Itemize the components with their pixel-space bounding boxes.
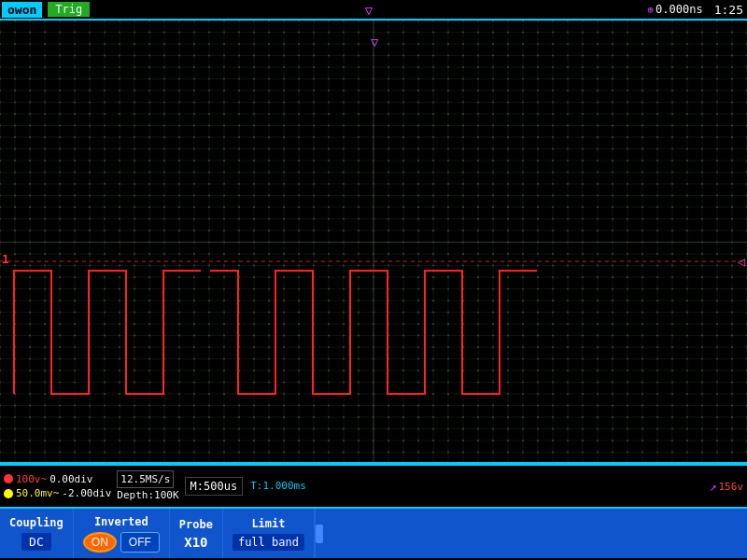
status-bar: 100v~ 0.00div 50.0mv~ -2.00div 12.5MS/s … <box>0 464 747 507</box>
time-offset-value: 0.000ns <box>655 3 703 16</box>
brand-logo: owon <box>2 2 42 18</box>
ch2-voltage: 50.0mv~ <box>16 486 59 500</box>
scrollbar-thumb[interactable] <box>316 525 323 543</box>
probe-value[interactable]: X10 <box>184 535 207 550</box>
ch1-status-group: 100v~ 0.00div 50.0mv~ -2.00div <box>4 472 111 501</box>
top-bar: owon Trig ▽ ⊕ 0.000ns 1:25 <box>0 0 747 21</box>
probe-section[interactable]: Probe X10 <box>170 509 223 558</box>
coupling-section[interactable]: Coupling DC <box>0 509 74 558</box>
trig-level-group: ↗ 156v <box>710 480 743 494</box>
t-time-row: T:1.000ms <box>250 479 306 493</box>
inverted-section[interactable]: Inverted ON OFF <box>74 509 170 558</box>
limit-label: Limit <box>251 517 285 530</box>
trig-arrow-icon: ↗ <box>710 480 717 494</box>
ch2-indicator <box>4 489 13 498</box>
ch1-status-row: 100v~ 0.00div <box>4 472 111 486</box>
ch1-voltage: 100v~ <box>16 472 47 486</box>
ch1-offset: 0.00div <box>49 472 92 486</box>
probe-label: Probe <box>179 518 213 531</box>
ch1-indicator <box>4 474 13 483</box>
coupling-label: Coupling <box>9 516 63 529</box>
control-panel: Coupling DC Inverted ON OFF Probe X10 Li… <box>0 507 747 558</box>
ch2-status-row: 50.0mv~ -2.00div <box>4 486 111 500</box>
trigger-line: ▽ <box>90 8 647 10</box>
inverted-off-button[interactable]: OFF <box>120 532 160 553</box>
waveform-canvas <box>0 21 747 464</box>
coupling-value[interactable]: DC <box>21 533 51 551</box>
time-icon: ⊕ <box>647 4 654 16</box>
sample-rate: 12.5MS/s <box>117 470 174 488</box>
oscilloscope-screen: 1 ◁ <box>0 21 747 464</box>
trigger-arrow-icon: ▽ <box>365 3 373 18</box>
ch2-offset: -2.00div <box>62 486 111 500</box>
trigger-level-marker: ◁ <box>738 254 745 269</box>
ch1-ground-marker: 1 <box>2 252 9 266</box>
trig-level-value: 156v <box>719 481 744 493</box>
inverted-on-button[interactable]: ON <box>83 532 117 553</box>
trig-status: Trig <box>48 2 90 17</box>
right-scrollbar[interactable] <box>315 509 324 558</box>
clock-display: 1:25 <box>714 3 743 17</box>
inverted-label: Inverted <box>94 515 148 528</box>
sample-rate-row: 12.5MS/s <box>117 470 178 488</box>
inverted-btn-group: ON OFF <box>83 532 160 553</box>
depth-row: Depth:100K <box>117 488 178 502</box>
depth-value: Depth:100K <box>117 488 178 502</box>
limit-value[interactable]: full band <box>233 534 304 551</box>
time-offset-display: ⊕ 0.000ns <box>647 3 702 16</box>
t-time-value: T:1.000ms <box>250 479 306 493</box>
sample-depth-group: 12.5MS/s Depth:100K <box>117 470 178 503</box>
limit-section[interactable]: Limit full band <box>223 509 315 558</box>
t-time-group: T:1.000ms <box>250 479 306 493</box>
timebase-display: M:500us <box>185 477 244 496</box>
